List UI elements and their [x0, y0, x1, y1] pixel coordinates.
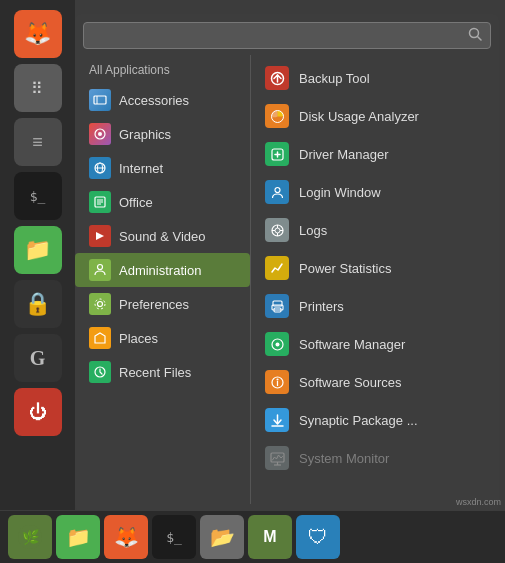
svg-marker-13 — [96, 232, 104, 240]
accessories-label: Accessories — [119, 93, 189, 108]
bottom-folder[interactable]: 📂 — [200, 515, 244, 559]
svg-rect-2 — [94, 96, 106, 104]
software-manager-label: Software Manager — [299, 337, 405, 352]
search-icon — [468, 27, 482, 44]
taskbar-lock[interactable]: 🔒 — [14, 280, 62, 328]
synaptic-label: Synaptic Package ... — [299, 413, 418, 428]
left-column: All Applications Accessories Graphics In… — [75, 55, 250, 504]
software-sources-icon: i — [265, 370, 289, 394]
bottom-files[interactable]: 📁 — [56, 515, 100, 559]
sound-video-label: Sound & Video — [119, 229, 206, 244]
internet-label: Internet — [119, 161, 163, 176]
all-apps-header: All Applications — [75, 59, 250, 83]
menu-body: All Applications Accessories Graphics In… — [75, 55, 499, 504]
menu-item-accessories[interactable]: Accessories — [75, 83, 250, 117]
administration-icon — [89, 259, 111, 281]
taskbar-apps[interactable]: ⠿ — [14, 64, 62, 112]
login-window-label: Login Window — [299, 185, 381, 200]
right-item-logs[interactable]: Logs — [251, 211, 499, 249]
menu-item-sound-video[interactable]: Sound & Video — [75, 219, 250, 253]
svg-point-24 — [275, 187, 280, 192]
logs-label: Logs — [299, 223, 327, 238]
login-window-icon — [265, 180, 289, 204]
places-label: Places — [119, 331, 158, 346]
software-manager-icon — [265, 332, 289, 356]
menu-item-internet[interactable]: Internet — [75, 151, 250, 185]
watermark: wsxdn.com — [456, 497, 501, 507]
disk-usage-label: Disk Usage Analyzer — [299, 109, 419, 124]
menu-item-preferences[interactable]: Preferences — [75, 287, 250, 321]
right-item-login-window[interactable]: Login Window — [251, 173, 499, 211]
svg-point-14 — [98, 265, 103, 270]
right-item-software-manager[interactable]: Software Manager — [251, 325, 499, 363]
driver-manager-label: Driver Manager — [299, 147, 389, 162]
backup-tool-label: Backup Tool — [299, 71, 370, 86]
recent-files-icon — [89, 361, 111, 383]
driver-manager-icon — [265, 142, 289, 166]
bottom-mint-menu[interactable]: 🌿 — [8, 515, 52, 559]
svg-line-1 — [478, 37, 482, 41]
svg-point-5 — [98, 132, 102, 136]
right-item-disk-usage[interactable]: Disk Usage Analyzer — [251, 97, 499, 135]
menu-item-office[interactable]: Office — [75, 185, 250, 219]
menu-item-places[interactable]: Places — [75, 321, 250, 355]
taskbar-power[interactable]: ⏻ — [14, 388, 62, 436]
graphics-label: Graphics — [119, 127, 171, 142]
svg-text:🌿: 🌿 — [22, 529, 40, 546]
taskbar-terminal[interactable]: $_ — [14, 172, 62, 220]
system-monitor-icon — [265, 446, 289, 470]
office-icon — [89, 191, 111, 213]
right-item-power-statistics[interactable]: Power Statistics — [251, 249, 499, 287]
right-item-synaptic[interactable]: Synaptic Package ... — [251, 401, 499, 439]
bottom-terminal[interactable]: $_ — [152, 515, 196, 559]
taskbar-left: 🦊 ⠿ ≡ $_ 📁 🔒 G ⏻ — [0, 0, 75, 510]
right-item-system-monitor[interactable]: System Monitor — [251, 439, 499, 477]
bottom-shield[interactable]: 🛡 — [296, 515, 340, 559]
administration-label: Administration — [119, 263, 201, 278]
preferences-label: Preferences — [119, 297, 189, 312]
power-statistics-label: Power Statistics — [299, 261, 391, 276]
search-bar: l — [83, 22, 491, 49]
svg-point-38 — [276, 378, 278, 380]
printers-icon — [265, 294, 289, 318]
bottom-mint-logo[interactable]: M — [248, 515, 292, 559]
graphics-icon — [89, 123, 111, 145]
internet-icon — [89, 157, 111, 179]
svg-point-35 — [275, 342, 279, 346]
disk-usage-icon — [265, 104, 289, 128]
right-item-software-sources[interactable]: i Software Sources — [251, 363, 499, 401]
bottom-firefox[interactable]: 🦊 — [104, 515, 148, 559]
taskbar-firefox[interactable]: 🦊 — [14, 10, 62, 58]
menu-item-graphics[interactable]: Graphics — [75, 117, 250, 151]
accessories-icon — [89, 89, 111, 111]
synaptic-icon — [265, 408, 289, 432]
svg-point-26 — [275, 228, 280, 233]
power-statistics-icon — [265, 256, 289, 280]
office-label: Office — [119, 195, 153, 210]
logs-icon — [265, 218, 289, 242]
taskbar-files[interactable]: 📁 — [14, 226, 62, 274]
search-input[interactable]: l — [92, 28, 468, 44]
right-item-printers[interactable]: Printers — [251, 287, 499, 325]
svg-point-15 — [98, 302, 103, 307]
taskbar-g-app[interactable]: G — [14, 334, 62, 382]
system-monitor-label: System Monitor — [299, 451, 389, 466]
right-item-driver-manager[interactable]: Driver Manager — [251, 135, 499, 173]
backup-tool-icon — [265, 66, 289, 90]
printers-label: Printers — [299, 299, 344, 314]
software-sources-label: Software Sources — [299, 375, 402, 390]
right-item-backup-tool[interactable]: Backup Tool — [251, 59, 499, 97]
recent-files-label: Recent Files — [119, 365, 191, 380]
preferences-icon — [89, 293, 111, 315]
taskbar-bottom: 🌿 📁 🦊 $_ 📂 M 🛡 — [0, 511, 505, 563]
menu-item-administration[interactable]: Administration — [75, 253, 250, 287]
right-column: Backup Tool Disk Usage Analyzer Driver M… — [250, 55, 499, 504]
app-menu: l All Applications Accessories Graphic — [75, 14, 499, 511]
svg-point-16 — [95, 299, 105, 309]
menu-item-recent-files[interactable]: Recent Files — [75, 355, 250, 389]
taskbar-toggle[interactable]: ≡ — [14, 118, 62, 166]
places-icon — [89, 327, 111, 349]
sound-video-icon — [89, 225, 111, 247]
